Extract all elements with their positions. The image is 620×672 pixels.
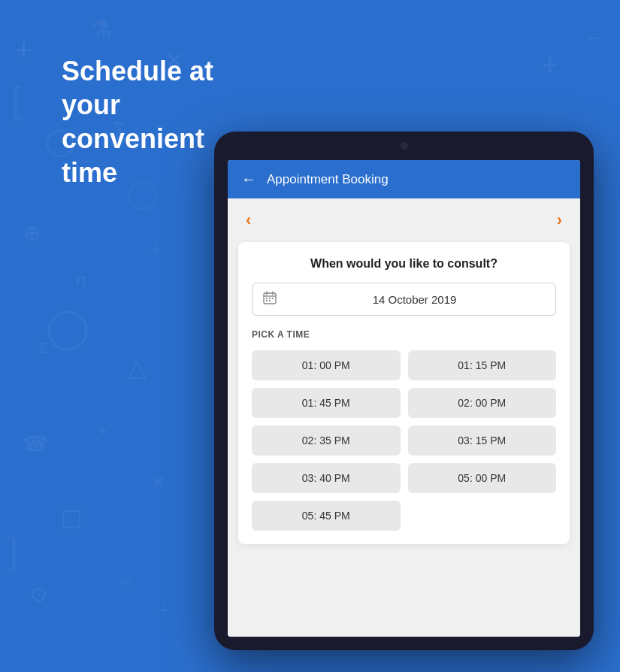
svg-text:+: + — [158, 598, 169, 621]
svg-point-22 — [49, 312, 86, 350]
pick-time-label: PICK A TIME — [252, 329, 556, 340]
time-slot-0545pm[interactable]: 05: 45 PM — [252, 501, 401, 531]
time-slot-0200pm[interactable]: 02: 00 PM — [408, 388, 557, 418]
svg-text:∞: ∞ — [120, 573, 131, 589]
svg-text:+: + — [150, 238, 162, 260]
booking-card: When would you like to consult? — [238, 242, 570, 544]
svg-text:◻: ◻ — [60, 501, 83, 532]
svg-rect-34 — [266, 300, 268, 301]
consult-question: When would you like to consult? — [252, 257, 556, 271]
time-slot-0115pm[interactable]: 01: 15 PM — [408, 350, 557, 380]
svg-text:⊙: ⊙ — [30, 583, 47, 606]
svg-text:Σ: Σ — [38, 340, 47, 356]
svg-text:✕: ✕ — [150, 472, 165, 492]
app-bar: ← Appointment Booking — [228, 160, 580, 198]
time-grid: 01: 00 PM 01: 15 PM 01: 45 PM 02: 00 PM … — [252, 350, 556, 531]
svg-text:+: + — [15, 33, 32, 66]
headline-line3: time — [62, 157, 117, 188]
svg-rect-33 — [272, 298, 274, 299]
svg-text:π: π — [75, 271, 86, 289]
svg-text:⊕: ⊕ — [23, 220, 41, 245]
svg-text:△: △ — [128, 354, 147, 381]
svg-text:[: [ — [11, 79, 22, 121]
prev-arrow[interactable]: ‹ — [246, 210, 251, 230]
nav-arrows: ‹ › — [228, 198, 580, 242]
svg-text:+: + — [541, 48, 558, 81]
headline-line2: your convenient — [62, 89, 204, 154]
time-slot-0340pm[interactable]: 03: 40 PM — [252, 463, 401, 493]
screen-content: ‹ › When would you like to consult? — [228, 198, 580, 637]
time-slot-0235pm[interactable]: 02: 35 PM — [252, 425, 401, 456]
app-bar-title: Appointment Booking — [267, 172, 389, 187]
date-picker-row[interactable]: 14 October 2019 — [252, 283, 556, 316]
time-slot-0100pm[interactable]: 01: 00 PM — [252, 350, 401, 380]
tablet-camera — [401, 142, 408, 150]
time-slot-0145pm[interactable]: 01: 45 PM — [252, 388, 401, 418]
selected-date: 14 October 2019 — [284, 293, 545, 306]
svg-rect-32 — [269, 298, 271, 299]
back-button[interactable]: ← — [241, 171, 256, 188]
svg-text:⚗: ⚗ — [90, 16, 112, 43]
svg-text:−: − — [586, 26, 598, 50]
svg-rect-35 — [269, 300, 271, 301]
time-slot-0315pm[interactable]: 03: 15 PM — [408, 425, 557, 456]
tablet-screen: ← Appointment Booking ‹ › When would you… — [228, 160, 580, 637]
svg-text:☎: ☎ — [23, 432, 49, 456]
calendar-icon — [263, 291, 277, 307]
next-arrow[interactable]: › — [557, 210, 562, 230]
svg-text:+: + — [98, 421, 107, 440]
svg-text:]: ] — [8, 530, 18, 572]
headline-line1: Schedule at — [62, 56, 213, 86]
svg-rect-31 — [266, 298, 268, 299]
tablet-device: ← Appointment Booking ‹ › When would you… — [214, 132, 594, 650]
time-slot-0500pm[interactable]: 05: 00 PM — [408, 463, 557, 493]
